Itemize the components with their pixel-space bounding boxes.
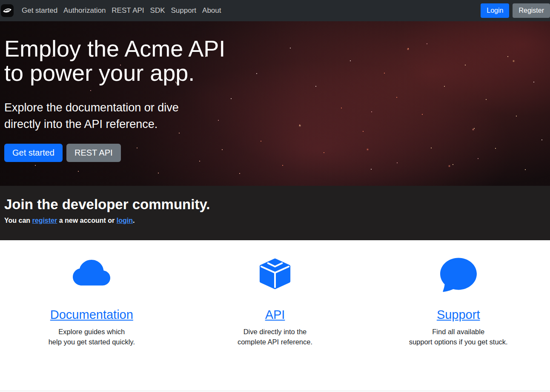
navbar-left: Get started Authorization REST API SDK S… (0, 4, 224, 17)
community-text-middle: a new account or (57, 217, 117, 224)
community-title: Join the developer community. (4, 196, 546, 213)
api-link[interactable]: API (265, 308, 285, 322)
navbar-actions: Login Register (481, 3, 550, 18)
hero-content: Employ the Acme API to power your app. E… (0, 21, 550, 162)
feature-support: Support Find all available support optio… (367, 254, 550, 391)
brand-logo[interactable] (1, 4, 14, 17)
navbar: Get started Authorization REST API SDK S… (0, 0, 550, 21)
rest-api-button[interactable]: REST API (66, 144, 121, 162)
documentation-description: Explore guides which help you get starte… (38, 327, 145, 347)
brand-logo-icon (1, 4, 14, 17)
community-band: Join the developer community. You can re… (0, 186, 550, 240)
community-text-prefix: You can (4, 217, 32, 224)
community-text-suffix: . (133, 217, 135, 224)
hero-subtitle: Explore the documentation or dive direct… (4, 99, 550, 132)
features-section: Documentation Explore guides which help … (0, 240, 550, 391)
hero-buttons: Get started REST API (4, 144, 550, 162)
nav-link-rest-api[interactable]: REST API (109, 6, 147, 15)
chat-icon (367, 254, 550, 293)
nav-link-get-started[interactable]: Get started (19, 6, 60, 15)
community-text: You can register a new account or login. (4, 217, 546, 224)
register-button[interactable]: Register (513, 3, 550, 18)
support-description: Find all available support options if yo… (399, 327, 518, 347)
documentation-link[interactable]: Documentation (50, 308, 133, 322)
login-button[interactable]: Login (481, 3, 509, 18)
hero-section: Employ the Acme API to power your app. E… (0, 21, 550, 186)
feature-documentation: Documentation Explore guides which help … (0, 254, 183, 391)
cube-icon (183, 254, 367, 293)
support-link[interactable]: Support (437, 308, 480, 322)
nav-link-support[interactable]: Support (168, 6, 200, 15)
hero-title: Employ the Acme API to power your app. (4, 37, 550, 85)
api-description: Dive directly into the complete API refe… (222, 327, 328, 347)
nav-link-authorization[interactable]: Authorization (60, 6, 109, 15)
login-link[interactable]: login (117, 217, 133, 224)
feature-api: API Dive directly into the complete API … (183, 254, 367, 391)
get-started-button[interactable]: Get started (4, 144, 63, 162)
main-nav: Get started Authorization REST API SDK S… (19, 6, 224, 15)
cloud-icon (0, 254, 183, 293)
nav-link-about[interactable]: About (199, 6, 224, 15)
register-link[interactable]: register (32, 217, 57, 224)
nav-link-sdk[interactable]: SDK (147, 6, 168, 15)
